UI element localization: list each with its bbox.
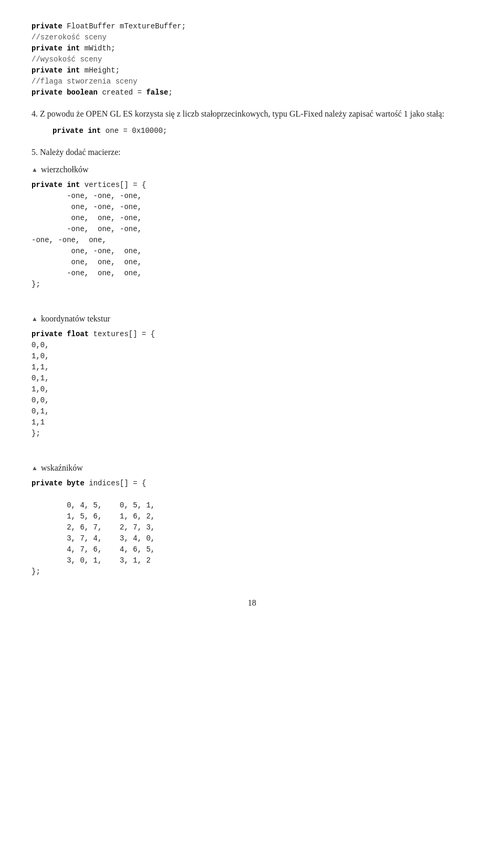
indices-footer: }; xyxy=(32,567,40,576)
code-line: private boolean created = false; xyxy=(32,88,173,97)
textures-label: koordynatów tekstur xyxy=(41,314,110,324)
vertices-footer: }; xyxy=(32,280,40,288)
textures-footer: }; xyxy=(32,429,40,438)
page-number: 18 xyxy=(32,598,472,608)
section-number-5: 5. xyxy=(32,148,38,157)
indices-header: private byte indices[] = { xyxy=(32,479,146,487)
indices-section: ▲ wskaźników xyxy=(32,463,472,473)
code-comment: //flaga stworzenia sceny xyxy=(32,77,138,86)
section-number-4: 4. xyxy=(32,109,38,118)
code-block-indices: private byte indices[] = { 0, 4, 5, 0, 5… xyxy=(32,478,472,577)
indices-label: wskaźników xyxy=(41,463,83,473)
code-line: private int mHeight; xyxy=(32,66,120,75)
section-4-text: 4. Z powodu że OPEN GL ES korzysta się z… xyxy=(32,108,472,120)
textures-header: private float textures[] = { xyxy=(32,330,155,338)
indices-row-6: 3, 0, 1, 3, 1, 2 xyxy=(32,556,151,565)
textures-row-3: 1,1, xyxy=(32,363,49,371)
vertices-row-5: -one, -one, one, xyxy=(32,236,107,244)
vertices-section: ▲ wierzchołków xyxy=(32,165,472,174)
textures-row-8: 1,1 xyxy=(32,418,45,427)
section-5-text: 5. Należy dodać macierze: xyxy=(32,146,472,159)
textures-row-6: 0,0, xyxy=(32,396,49,404)
code-block-textures: private float textures[] = { 0,0, 1,0, 1… xyxy=(32,329,472,439)
vertices-row-7: one, one, one, xyxy=(32,258,142,266)
code-block-1: private FloatBuffer mTextureBuffer; //sz… xyxy=(32,21,472,98)
vertices-row-8: -one, one, one, xyxy=(32,269,142,277)
code-block-vertices: private int vertices[] = { -one, -one, -… xyxy=(32,180,472,290)
vertices-row-2: one, -one, -one, xyxy=(32,203,142,211)
textures-row-1: 0,0, xyxy=(32,341,49,349)
vertices-header: private int vertices[] = { xyxy=(32,181,146,189)
indices-arrow-icon: ▲ xyxy=(32,464,38,472)
indices-row-5: 4, 7, 6, 4, 6, 5, xyxy=(32,545,155,554)
vertices-row-3: one, one, -one, xyxy=(32,214,142,222)
code-comment: //wysokość sceny xyxy=(32,55,102,64)
indices-row-4: 3, 7, 4, 3, 4, 0, xyxy=(32,534,155,543)
indices-row-1: 0, 4, 5, 0, 5, 1, xyxy=(32,501,155,510)
textures-row-5: 1,0, xyxy=(32,385,49,393)
code-line: private int mWidth; xyxy=(32,44,116,53)
vertices-row-6: one, -one, one, xyxy=(32,247,142,255)
indices-row-2: 1, 5, 6, 1, 6, 2, xyxy=(32,512,155,521)
code-block-2: private int one = 0x10000; xyxy=(32,126,472,137)
section-4-content: Z powodu że OPEN GL ES korzysta się z li… xyxy=(40,109,444,118)
indices-row-3: 2, 6, 7, 2, 7, 3, xyxy=(32,523,155,532)
textures-row-4: 0,1, xyxy=(32,374,49,382)
vertices-label: wierzchołków xyxy=(41,165,89,174)
code-line-one: private int one = 0x10000; xyxy=(52,127,167,135)
code-line: private FloatBuffer mTextureBuffer; xyxy=(32,22,186,30)
textures-arrow-icon: ▲ xyxy=(32,315,38,323)
textures-section: ▲ koordynatów tekstur xyxy=(32,314,472,324)
section-5-content: Należy dodać macierze: xyxy=(40,148,121,157)
code-comment: //szerokość sceny xyxy=(32,33,107,41)
vertices-row-1: -one, -one, -one, xyxy=(32,192,142,200)
textures-row-2: 1,0, xyxy=(32,352,49,360)
vertices-arrow-icon: ▲ xyxy=(32,166,38,174)
vertices-row-4: -one, one, -one, xyxy=(32,225,142,233)
textures-row-7: 0,1, xyxy=(32,407,49,415)
